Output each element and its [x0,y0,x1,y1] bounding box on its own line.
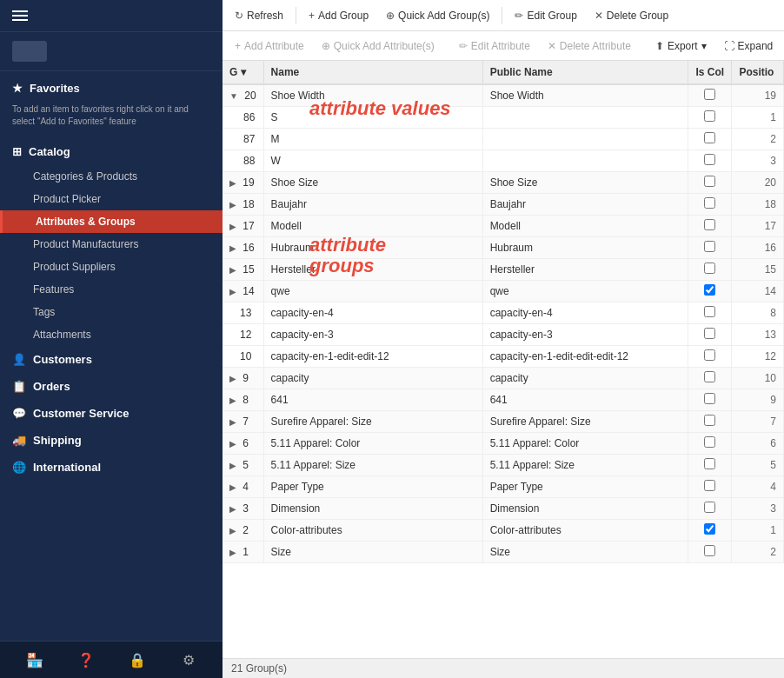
table-row[interactable]: ▶ 7 Surefire Apparel: Size Surefire Appa… [223,411,784,433]
col-public-name[interactable]: Public Name [482,61,688,84]
cell-is-col[interactable] [688,216,732,237]
is-col-checkbox[interactable] [704,306,715,317]
cell-expand[interactable]: ▶ 17 [223,216,263,237]
cell-expand[interactable]: ▶ 2 [223,520,263,542]
cell-is-col[interactable] [688,324,732,346]
table-row[interactable]: ▶ 4 Paper Type Paper Type 4 [223,476,784,498]
sidebar-item-attributes-groups[interactable]: Attributes & Groups [0,210,223,233]
table-row[interactable]: 88 W 3 [223,150,784,172]
edit-group-button[interactable]: ✏ Edit Group [508,6,583,25]
hamburger-menu[interactable] [12,10,28,21]
sidebar-item-tags[interactable]: Tags [0,301,223,323]
cell-is-col[interactable] [688,368,732,389]
cell-expand[interactable]: ▶ 7 [223,411,263,433]
cell-expand[interactable]: ▶ 5 [223,455,263,476]
cell-is-col[interactable] [688,150,732,172]
col-is-col[interactable]: Is Col [688,61,732,84]
edit-attribute-button[interactable]: ✏ Edit Attribute [452,37,537,56]
cell-expand[interactable]: ▶ 4 [223,476,263,498]
add-attribute-button[interactable]: + Add Attribute [228,37,311,56]
expand-btn[interactable]: ▶ [229,548,236,557]
store-icon[interactable]: 🏪 [25,650,44,669]
sidebar-item-catalog[interactable]: ⊞ Catalog [0,138,223,165]
cell-expand[interactable]: ▶ 15 [223,259,263,281]
table-row[interactable]: ▶ 14 qwe qwe 14 [223,281,784,302]
cell-expand[interactable]: ▶ 6 [223,433,263,455]
sidebar-item-favorites[interactable]: ★ Favorites [12,78,210,98]
cell-is-col[interactable] [688,302,732,324]
is-col-checkbox[interactable] [704,436,715,448]
sidebar-item-international[interactable]: 🌐 International [0,454,223,481]
quick-add-groups-button[interactable]: ⊕ Quick Add Group(s) [379,6,496,25]
table-row[interactable]: ▶ 18 Baujahr Baujahr 18 [223,194,784,216]
refresh-button[interactable]: ↻ Refresh [228,6,290,25]
is-col-checkbox[interactable] [704,176,715,187]
is-col-checkbox[interactable] [704,219,715,230]
quick-add-attributes-button[interactable]: ⊕ Quick Add Attribute(s) [315,37,442,56]
cell-expand[interactable]: ▶ 8 [223,389,263,411]
expand-btn[interactable]: ▶ [229,265,236,275]
cell-is-col[interactable] [688,346,732,368]
expand-btn[interactable]: ▶ [229,287,236,296]
sidebar-item-features[interactable]: Features [0,278,223,301]
lock-icon[interactable]: 🔒 [128,650,147,669]
table-row[interactable]: 87 M 2 [223,129,784,150]
is-col-checkbox[interactable] [704,371,715,382]
is-col-checkbox[interactable] [704,154,715,165]
col-position[interactable]: Positio [732,61,784,84]
sidebar-item-customers[interactable]: 👤 Customers [0,346,223,373]
expand-btn[interactable]: ▶ [229,504,236,514]
is-col-checkbox[interactable] [704,349,715,361]
cell-is-col[interactable] [688,542,732,563]
cell-is-col[interactable] [688,498,732,520]
cell-is-col[interactable] [688,520,732,542]
export-button[interactable]: ⬆ Export ▾ [648,37,714,56]
expand-btn[interactable]: ▶ [229,461,236,470]
expand-btn[interactable]: ▶ [229,374,236,383]
expand-btn[interactable]: ▶ [229,222,236,231]
sidebar-item-categories-products[interactable]: Categories & Products [0,165,223,188]
cell-is-col[interactable] [688,84,732,107]
table-row[interactable]: 86 S 1 [223,107,784,129]
table-row[interactable]: ▶ 17 Modell Modell 17 [223,216,784,237]
table-row[interactable]: ▶ 19 Shoe Size Shoe Size 20 [223,172,784,194]
table-row[interactable]: 13 capacity-en-4 capacity-en-4 8 [223,302,784,324]
table-row[interactable]: ▶ 5 5.11 Apparel: Size 5.11 Apparel: Siz… [223,455,784,476]
is-col-checkbox[interactable] [704,328,715,339]
sidebar-item-orders[interactable]: 📋 Orders [0,373,223,400]
cell-expand[interactable]: ▼ 20 [223,84,263,107]
cell-is-col[interactable] [688,172,732,194]
cell-expand[interactable]: ▶ 1 [223,542,263,563]
table-row[interactable]: ▶ 6 5.11 Apparel: Color 5.11 Apparel: Co… [223,433,784,455]
sidebar-item-product-suppliers[interactable]: Product Suppliers [0,256,223,278]
table-row[interactable]: ▶ 8 641 641 9 [223,389,784,411]
expand-btn[interactable]: ▶ [229,439,236,449]
is-col-checkbox[interactable] [704,393,715,404]
expand-button[interactable]: ⛶ Expand [717,37,781,56]
is-col-checkbox[interactable] [704,284,715,296]
cell-expand[interactable]: ▶ 19 [223,172,263,194]
cell-is-col[interactable] [688,433,732,455]
cell-expand[interactable]: ▶ 14 [223,281,263,302]
cell-is-col[interactable] [688,237,732,259]
expand-btn[interactable]: ▶ [229,243,236,253]
cell-expand[interactable]: ▶ 3 [223,498,263,520]
expand-btn[interactable]: ▶ [229,417,236,427]
sidebar-item-product-picker[interactable]: Product Picker [0,188,223,210]
table-container[interactable]: attribute values attributegroups G ▾ Nam… [223,61,784,658]
table-row[interactable]: ▶ 1 Size Size 2 [223,542,784,563]
is-col-checkbox[interactable] [704,502,715,513]
expand-btn[interactable]: ▶ [229,396,236,405]
cell-is-col[interactable] [688,455,732,476]
is-col-checkbox[interactable] [704,545,715,556]
table-row[interactable]: ▶ 2 Color-attributes Color-attributes 1 [223,520,784,542]
cell-is-col[interactable] [688,259,732,281]
col-name[interactable]: Name [263,61,482,84]
is-col-checkbox[interactable] [704,523,715,535]
cell-expand[interactable]: ▶ 9 [223,368,263,389]
cell-is-col[interactable] [688,389,732,411]
sidebar-item-shipping[interactable]: 🚚 Shipping [0,427,223,454]
cell-expand[interactable]: ▶ 18 [223,194,263,216]
sidebar-item-product-manufacturers[interactable]: Product Manufacturers [0,233,223,256]
table-row[interactable]: ▶ 15 Hersteller Hersteller 15 [223,259,784,281]
